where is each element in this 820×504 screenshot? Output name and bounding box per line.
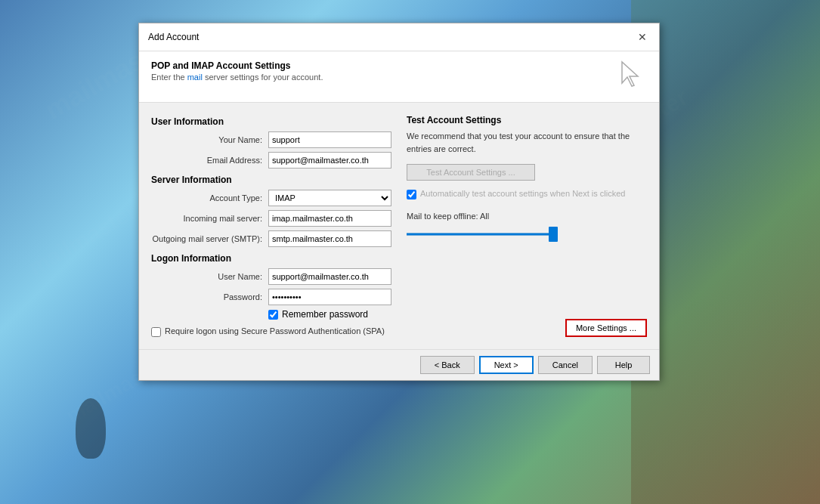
dialog-title: Add Account (148, 32, 199, 42)
spa-row: Require logon using Secure Password Auth… (151, 326, 391, 337)
account-type-label: Account Type: (151, 193, 268, 203)
auto-test-label: Automatically test account settings when… (420, 188, 625, 199)
outgoing-row: Outgoing mail server (SMTP): (151, 230, 391, 247)
spa-label: Require logon using Secure Password Auth… (165, 326, 385, 337)
test-account-description: We recommend that you test your account … (407, 130, 647, 155)
password-row: Password: (151, 289, 391, 305)
test-account-title: Test Account Settings (407, 115, 647, 125)
your-name-label: Your Name: (151, 135, 268, 144)
cursor-icon (618, 60, 647, 93)
remember-password-checkbox[interactable] (268, 310, 278, 320)
test-account-button[interactable]: Test Account Settings ... (407, 164, 535, 181)
incoming-row: Incoming mail server: (151, 210, 391, 227)
server-info-title: Server Information (151, 175, 391, 185)
mail-link[interactable]: mail (187, 73, 203, 82)
logon-info-title: Logon Information (151, 253, 391, 264)
email-label: Email Address: (151, 156, 268, 165)
email-row: Email Address: (151, 152, 391, 169)
your-name-input[interactable] (268, 131, 391, 148)
remember-password-row: Remember password (268, 309, 391, 320)
username-row: User Name: (151, 268, 391, 285)
more-settings-button[interactable]: More Settings ... (565, 319, 647, 337)
left-panel: User Information Your Name: Email Addres… (151, 115, 391, 337)
dialog-titlebar: Add Account ✕ (139, 23, 659, 51)
back-button[interactable]: < Back (420, 356, 475, 374)
account-type-row: Account Type: IMAP POP3 (151, 190, 391, 206)
password-label: Password: (151, 292, 268, 301)
password-input[interactable] (268, 289, 391, 305)
username-label: User Name: (151, 272, 268, 281)
cancel-button[interactable]: Cancel (538, 356, 593, 374)
offline-label: Mail to keep offline: All (407, 212, 647, 221)
email-input[interactable] (268, 152, 391, 169)
remember-password-label: Remember password (282, 309, 368, 320)
add-account-dialog: Add Account ✕ POP and IMAP Account Setti… (138, 23, 660, 381)
next-button[interactable]: Next > (479, 356, 534, 374)
incoming-input[interactable] (268, 210, 391, 227)
offline-value: All (480, 212, 489, 221)
dialog-body: User Information Your Name: Email Addres… (139, 103, 659, 349)
your-name-row: Your Name: (151, 131, 391, 148)
close-button[interactable]: ✕ (635, 29, 650, 45)
user-info-title: User Information (151, 116, 391, 127)
right-panel: Test Account Settings We recommend that … (407, 115, 647, 337)
incoming-label: Incoming mail server: (151, 214, 268, 223)
slider-fill (407, 233, 558, 236)
dialog-footer: < Back Next > Cancel Help (139, 349, 659, 380)
account-type-select[interactable]: IMAP POP3 (268, 190, 391, 206)
help-button[interactable]: Help (597, 356, 650, 374)
auto-test-checkbox[interactable] (407, 190, 416, 199)
offline-slider[interactable] (407, 227, 558, 242)
outgoing-label: Outgoing mail server (SMTP): (151, 234, 268, 243)
spa-checkbox[interactable] (151, 327, 161, 337)
dialog-header-text: POP and IMAP Account Settings Enter the … (151, 60, 323, 82)
header-subtitle: Enter the mail server settings for your … (151, 73, 323, 82)
slider-thumb (549, 227, 558, 242)
auto-test-row: Automatically test account settings when… (407, 188, 647, 199)
dialog-header: POP and IMAP Account Settings Enter the … (139, 51, 659, 103)
header-title: POP and IMAP Account Settings (151, 60, 323, 71)
outgoing-input[interactable] (268, 230, 391, 247)
username-input[interactable] (268, 268, 391, 285)
